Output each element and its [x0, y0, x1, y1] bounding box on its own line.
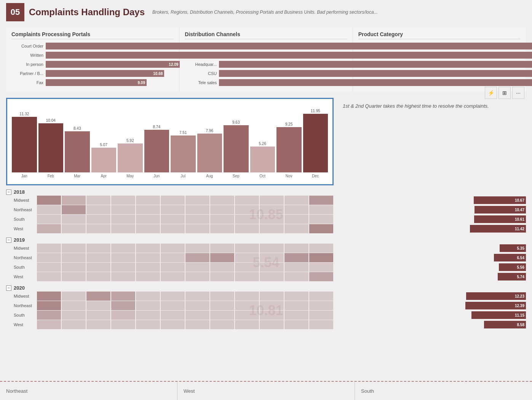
- bar-container: 9.08: [393, 43, 521, 49]
- year-label: 2019: [14, 237, 25, 243]
- heat-cell: [111, 263, 135, 272]
- row-bar-container: 5.74: [334, 272, 526, 281]
- month-bar-label: Nov: [286, 174, 292, 178]
- row-bar-container: 11.15: [334, 311, 526, 320]
- monthly-bar-chart: 11.32 Jan 10.04 Feb 8.43 Mar 5.07 Apr 5.…: [12, 104, 328, 180]
- heat-cell: [136, 320, 160, 329]
- row-bar: 10.67: [474, 196, 526, 204]
- more-icon[interactable]: ···: [512, 87, 524, 99]
- header-subtitle: Brokers, Regions, Distribution Channels,…: [152, 10, 526, 15]
- heat-cell: [62, 253, 86, 262]
- row-bar: 6.54: [494, 254, 526, 261]
- heat-cell: [185, 301, 209, 310]
- month-bar-label: Feb: [48, 174, 54, 178]
- month-bar-fill: [65, 131, 90, 172]
- heat-cell: [235, 196, 259, 205]
- bar-row: Headquar... 8.10: [185, 61, 347, 68]
- year-group: − 2019 5.54Midwest 5.35 Northeast 6.54 S…: [6, 236, 526, 281]
- heat-cell: [111, 320, 135, 329]
- heat-cell: [161, 196, 185, 205]
- bar-label: Fax: [11, 80, 46, 85]
- heat-cell: [235, 253, 259, 262]
- heat-cell: [136, 301, 160, 310]
- month-bar-label: Sep: [233, 174, 240, 178]
- heat-cell: [111, 292, 135, 301]
- heatmap-cells: [37, 320, 334, 329]
- bar-container: 7.97: [393, 70, 521, 77]
- heatmap-cells: [37, 215, 334, 224]
- heat-cell: [210, 215, 234, 224]
- month-bar: 10.04 Feb: [38, 118, 64, 178]
- month-bar-value: 5.92: [126, 139, 134, 143]
- heat-cell: [235, 263, 259, 272]
- row-bar-value: 11.15: [515, 313, 524, 317]
- bar-label: Tele sales: [185, 80, 219, 85]
- bar-fill: 7.98: [219, 79, 403, 86]
- product-title: Product Category: [358, 31, 521, 39]
- heat-cell: [210, 292, 234, 301]
- portals-bars: Court Order 25.81 Written 17.83 In perso…: [11, 42, 174, 86]
- region-label: Northeast: [6, 207, 37, 212]
- heatmap-cells: [37, 292, 334, 301]
- year-header[interactable]: − 2020: [6, 284, 526, 292]
- bar-row: Court Order 25.81: [11, 42, 174, 50]
- heat-cell: [111, 311, 135, 320]
- grid-icon[interactable]: ⊞: [498, 87, 511, 99]
- row-bar-value: 12.23: [515, 294, 524, 298]
- heatmap-container: 10.85Midwest 10.67 Northeast 10.47 South…: [6, 196, 526, 233]
- bar-fill: 17.83: [46, 52, 244, 59]
- bar-container: 17.83: [46, 52, 174, 59]
- heat-cell: [284, 272, 308, 281]
- heatmap-cells: [37, 196, 334, 205]
- heatmap-row: Midwest 10.67: [6, 196, 526, 205]
- region-label: Northeast: [6, 255, 37, 260]
- month-bar-value: 11.95: [311, 109, 320, 113]
- heat-cell: [111, 215, 135, 224]
- heat-cell: [260, 301, 284, 310]
- year-group: − 2018 10.85Midwest 10.67 Northeast 10.4…: [6, 188, 526, 233]
- heat-cell: [62, 205, 86, 214]
- year-toggle[interactable]: −: [6, 190, 11, 195]
- month-bar: 9.63 Sep: [224, 120, 249, 178]
- heat-cell: [309, 224, 333, 233]
- region-label: West: [6, 322, 37, 327]
- heat-cell: [235, 320, 259, 329]
- bar-fill: 8.29: [393, 52, 532, 59]
- bar-label: Headquar...: [185, 62, 219, 67]
- heat-cell: [111, 301, 135, 310]
- heat-cell: [235, 301, 259, 310]
- heat-cell: [86, 320, 110, 329]
- heat-cell: [235, 244, 259, 253]
- row-bar: 10.47: [474, 206, 526, 214]
- heat-cell: [185, 244, 209, 253]
- year-toggle[interactable]: −: [6, 285, 11, 291]
- month-bar-label: Dec: [312, 174, 319, 178]
- heat-cell: [284, 205, 308, 214]
- heat-cell: [62, 196, 86, 205]
- bar-fill: 7.98: [393, 61, 532, 68]
- region-label: Midwest: [6, 294, 37, 298]
- filter-icon[interactable]: ⚡: [485, 87, 497, 99]
- heat-cell: [86, 253, 110, 262]
- heat-cell: [309, 205, 333, 214]
- heat-cell: [86, 215, 110, 224]
- year-toggle[interactable]: −: [6, 237, 11, 243]
- heat-cell: [86, 244, 110, 253]
- page-title: Complaints Handling Days: [29, 7, 145, 18]
- heat-cell: [161, 224, 185, 233]
- region-label: South: [6, 265, 37, 269]
- heat-cell: [86, 263, 110, 272]
- heat-cell: [235, 215, 259, 224]
- bar-row: Written 17.83: [11, 51, 174, 59]
- heatmap-cells: [37, 224, 334, 233]
- year-header[interactable]: − 2019: [6, 236, 526, 244]
- heat-cell: [185, 253, 209, 262]
- region-label: West: [6, 226, 37, 231]
- year-header[interactable]: − 2018: [6, 188, 526, 196]
- month-bar-label: Mar: [74, 174, 80, 178]
- heat-cell: [235, 272, 259, 281]
- icons-bar[interactable]: ⚡ ⊞ ···: [485, 87, 524, 99]
- section-number: 05: [6, 3, 24, 21]
- heat-cell: [309, 196, 333, 205]
- heat-cell: [111, 272, 135, 281]
